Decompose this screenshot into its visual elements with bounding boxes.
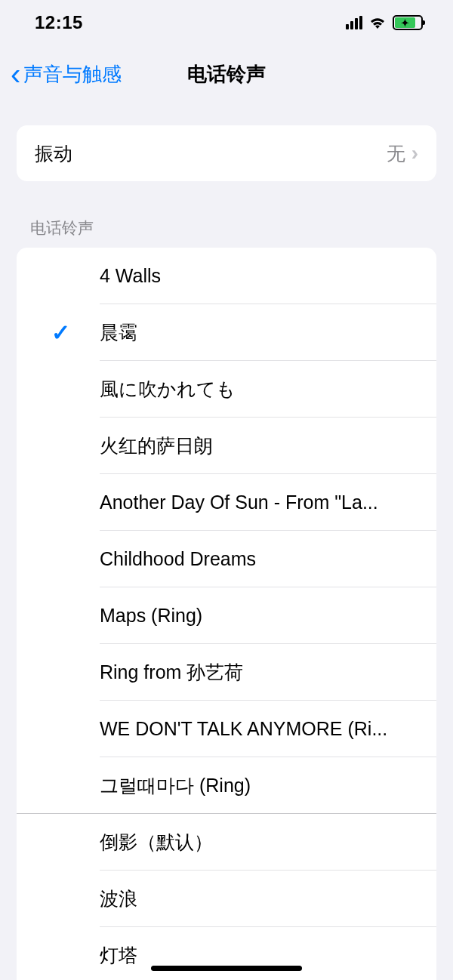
checkmark-icon: ✓ [51,319,70,346]
ringtone-label: 4 Walls [100,265,418,287]
vibration-label: 振动 [35,141,387,166]
vibration-cell[interactable]: 振动 无 › [17,125,436,181]
status-time: 12:15 [35,12,83,33]
ringtone-label: Maps (Ring) [100,605,418,627]
ringtone-label: Ring from 孙艺荷 [100,660,418,685]
ringtone-row[interactable]: Another Day Of Sun - From "La... [17,474,436,531]
ringtone-row[interactable]: 火红的萨日朗 [17,418,436,474]
ringtone-label: 灯塔 [100,943,418,968]
home-indicator[interactable] [151,966,302,971]
ringtone-label: 風に吹かれても [100,377,418,402]
content: 振动 无 › 电话铃声 4 Walls✓晨霭風に吹かれても火红的萨日朗Anoth… [0,103,453,980]
ringtone-row[interactable]: 灯塔 [17,927,436,980]
ringtone-row[interactable]: Childhood Dreams [17,531,436,587]
ringtone-list: 4 Walls✓晨霭風に吹かれても火红的萨日朗Another Day Of Su… [17,248,436,980]
ringtone-row[interactable]: 波浪 [17,871,436,927]
vibration-group: 振动 无 › [17,125,436,181]
ringtone-row[interactable]: 風に吹かれても [17,361,436,418]
page-title: 电话铃声 [187,61,266,88]
battery-charging-icon: ✦ [393,15,423,30]
status-bar: 12:15 ✦ [0,0,453,45]
ringtone-label: 火红的萨日朗 [100,433,418,458]
ringtone-row[interactable]: ✓晨霭 [17,304,436,361]
ringtone-row[interactable]: 그럴때마다 (Ring) [17,757,436,814]
status-icons: ✦ [346,15,423,30]
ringtone-label: 倒影（默认） [100,830,418,855]
ringtone-row[interactable]: Maps (Ring) [17,587,436,644]
vibration-value: 无 [387,141,405,166]
ringtone-label: Another Day Of Sun - From "La... [100,492,418,513]
ringtone-label: WE DON'T TALK ANYMORE (Ri... [100,718,418,740]
ringtone-row[interactable]: 倒影（默认） [17,814,436,871]
ringtone-label: 그럴때마다 (Ring) [100,773,418,798]
ringtone-section-header: 电话铃声 [0,181,453,248]
back-label: 声音与触感 [23,61,122,88]
chevron-right-icon: › [411,141,418,165]
ringtone-label: 波浪 [100,886,418,911]
ringtone-label: 晨霭 [100,320,418,345]
ringtone-row[interactable]: Ring from 孙艺荷 [17,644,436,701]
ringtone-row[interactable]: 4 Walls [17,248,436,304]
wifi-icon [368,16,387,29]
ringtone-row[interactable]: WE DON'T TALK ANYMORE (Ri... [17,701,436,757]
ringtone-label: Childhood Dreams [100,548,418,570]
cellular-signal-icon [346,16,362,29]
navigation-bar: ‹ 声音与触感 电话铃声 [0,45,453,103]
chevron-left-icon: ‹ [11,59,20,89]
back-button[interactable]: ‹ 声音与触感 [0,59,122,89]
